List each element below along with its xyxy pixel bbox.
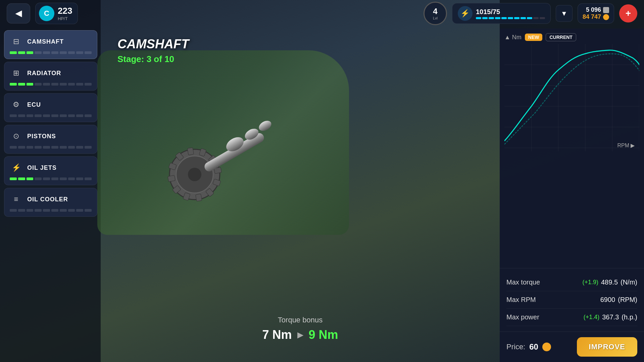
radiator-icon: ⊞ — [10, 67, 22, 80]
hp-value: 223 — [58, 6, 72, 16]
max-rpm-value: 6900 (RPM) — [600, 296, 637, 304]
torque-label: Torque bonus — [262, 316, 338, 324]
level-label: Lvl — [433, 16, 438, 20]
hp-unit: HP/T — [58, 16, 72, 21]
camshaft-icon: ⊟ — [10, 35, 22, 48]
torque-arrow-icon: ▶ — [297, 330, 303, 340]
max-torque-unit: (N/m) — [621, 278, 637, 286]
current-curve — [504, 54, 639, 144]
max-rpm-unit: (RPM) — [618, 296, 637, 304]
oil-jets-label: OIL JETS — [27, 164, 57, 171]
chart-canvas: RPM ▶ — [504, 44, 639, 151]
max-torque-value: (+1.9) 489.5 (N/m) — [582, 278, 637, 286]
part-title: CAMSHAFT — [117, 37, 496, 51]
chart-header: ▲ Nm NEW CURRENT — [504, 33, 639, 41]
gems-display: 5 096 — [586, 6, 609, 13]
dropdown-button[interactable]: ▼ — [556, 5, 573, 22]
price-value: 60 — [529, 342, 538, 352]
sidebar-item-radiator[interactable]: ⊞ RADIATOR — [4, 62, 97, 91]
torque-values: 7 Nm ▶ 9 Nm — [262, 328, 338, 342]
level-number: 4 — [433, 7, 437, 16]
oil-jets-icon: ⚡ — [10, 161, 22, 174]
max-torque-bonus: (+1.9) — [582, 279, 598, 286]
max-power-label: Max power — [506, 313, 539, 321]
back-icon: ◀ — [15, 9, 21, 18]
hp-letter: C — [39, 6, 54, 21]
gold-display: 84 747 — [583, 13, 609, 20]
oil-cooler-label: OIL COOLER — [27, 196, 68, 203]
torque-old: 7 Nm — [262, 328, 292, 342]
sidebar-item-oil-jets[interactable]: ⚡ OIL JETS — [4, 156, 97, 185]
hp-info: 223 HP/T — [58, 6, 72, 21]
rpm-arrow-icon: ▶ — [631, 142, 635, 149]
hp-badge: C 223 HP/T — [35, 3, 78, 24]
level-badge: 4 Lvl — [424, 2, 447, 25]
gold-coin-icon — [603, 14, 609, 20]
max-torque-number: 489.5 — [601, 278, 618, 286]
pistons-label: PISTONS — [27, 133, 56, 140]
energy-icon: ⚡ — [458, 6, 473, 21]
torque-new: 9 Nm — [309, 328, 338, 342]
ecu-progress — [10, 114, 92, 117]
coins-badge: 5 096 84 747 — [578, 3, 614, 23]
add-button[interactable]: + — [619, 4, 637, 22]
price-label: Price: — [506, 343, 525, 351]
chevron-down-icon: ▼ — [561, 10, 567, 17]
camshaft-label: CAMSHAFT — [27, 38, 64, 45]
rpm-label: RPM ▶ — [617, 142, 635, 149]
chart-svg — [504, 44, 639, 151]
price-section: Price: 60 — [506, 342, 551, 352]
sidebar-item-oil-cooler[interactable]: ≡ OIL COOLER — [4, 188, 97, 217]
max-power-value: (+1.4) 367.3 (h.p.) — [584, 313, 637, 321]
ecu-label: ECU — [27, 101, 41, 108]
current-badge: CURRENT — [546, 33, 576, 41]
pistons-progress — [10, 146, 92, 149]
energy-info: 1015/75 — [476, 8, 545, 19]
max-power-bonus: (+1.4) — [584, 314, 600, 321]
sidebar-item-pistons[interactable]: ⊙ PISTONS — [4, 125, 97, 154]
oil-jets-progress — [10, 177, 92, 180]
max-rpm-row: Max RPM 6900 (RPM) — [506, 291, 637, 309]
max-torque-label: Max torque — [506, 278, 540, 286]
right-panel: ▲ Nm NEW CURRENT — [500, 29, 644, 362]
oil-cooler-icon: ≡ — [10, 193, 22, 206]
chart-area: ▲ Nm NEW CURRENT — [500, 29, 644, 268]
sidebar-item-ecu[interactable]: ⚙ ECU — [4, 93, 97, 122]
chart-y-label: ▲ Nm — [504, 34, 522, 41]
sidebar-item-camshaft[interactable]: ⊟ CAMSHAFT — [4, 30, 97, 59]
plus-icon: + — [626, 8, 631, 19]
camshaft-progress — [10, 51, 92, 54]
pistons-icon: ⊙ — [10, 130, 22, 143]
max-torque-row: Max torque (+1.9) 489.5 (N/m) — [506, 274, 637, 291]
max-rpm-label: Max RPM — [506, 296, 536, 304]
max-power-unit: (h.p.) — [622, 313, 637, 321]
center-content: CAMSHAFT Stage: 3 of 10 Torque bonus 7 N… — [104, 30, 496, 362]
stats-section: Max torque (+1.9) 489.5 (N/m) Max RPM 69… — [500, 268, 644, 331]
header: ◀ C 223 HP/T 4 Lvl ⚡ 1015/75 — [0, 0, 644, 27]
oil-cooler-progress — [10, 209, 92, 212]
radiator-label: RADIATOR — [27, 70, 61, 77]
torque-bonus-section: Torque bonus 7 Nm ▶ 9 Nm — [262, 316, 338, 342]
max-power-number: 367.3 — [602, 313, 619, 321]
sidebar: ⊟ CAMSHAFT ⊞ RADIATOR — [4, 30, 97, 217]
back-button[interactable]: ◀ — [7, 3, 30, 23]
max-rpm-number: 6900 — [600, 296, 615, 304]
price-coin-icon — [542, 343, 551, 351]
energy-bar — [476, 17, 545, 19]
max-power-row: Max power (+1.4) 367.3 (h.p.) — [506, 309, 637, 326]
energy-badge: ⚡ 1015/75 — [452, 3, 551, 24]
bottom-bar: Price: 60 IMPROVE — [500, 331, 644, 362]
radiator-progress — [10, 83, 92, 86]
ecu-icon: ⚙ — [10, 98, 22, 111]
energy-value: 1015/75 — [476, 8, 545, 16]
new-curve — [504, 50, 639, 141]
gem-icon — [603, 7, 609, 13]
stage-text: Stage: 3 of 10 — [117, 54, 496, 64]
improve-button[interactable]: IMPROVE — [577, 337, 637, 357]
new-badge: NEW — [525, 34, 543, 41]
